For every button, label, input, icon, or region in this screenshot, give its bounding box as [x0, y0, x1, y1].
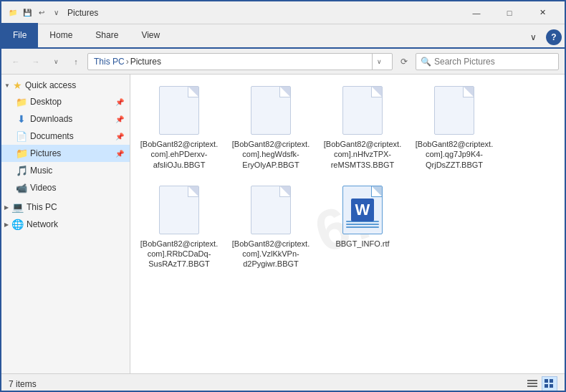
thispc-label: This PC [27, 202, 57, 212]
view-toggle-buttons [524, 376, 557, 392]
quick-access-arrow: ▼ [4, 82, 10, 89]
search-box[interactable]: 🔍 [416, 53, 559, 70]
list-view-button[interactable] [524, 376, 540, 392]
forward-button[interactable]: → [27, 53, 44, 70]
folder-icon: 📁 [7, 7, 19, 19]
file-item[interactable]: [BobGant82@criptext.com].hegWdsfk-EryOly… [228, 80, 314, 174]
svg-rect-4 [550, 379, 553, 383]
tab-home[interactable]: Home [38, 23, 84, 47]
file-icon-5 [156, 184, 202, 236]
thispc-toggle[interactable]: ▶ 💻 This PC [1, 199, 130, 215]
nav-dropdown-button[interactable]: ∨ [47, 53, 64, 70]
network-toggle[interactable]: ▶ 🌐 Network [1, 216, 130, 232]
word-file-shape: W [342, 186, 383, 234]
tab-file[interactable]: File [1, 23, 38, 47]
downloads-pin-icon: 📌 [115, 115, 124, 123]
maximize-button[interactable]: □ [493, 1, 526, 24]
up-button[interactable]: ↑ [67, 53, 85, 70]
tab-view[interactable]: View [130, 23, 171, 47]
videos-folder-icon: 📹 [16, 182, 27, 193]
svg-rect-1 [527, 383, 537, 384]
icon-view-button[interactable] [542, 376, 557, 392]
sidebar-item-music-label: Music [30, 166, 124, 176]
svg-rect-6 [550, 384, 553, 388]
file-label-1: [BobGant82@criptext.com].ehPDerxv-afsliO… [140, 139, 219, 170]
file-icon-4 [431, 85, 477, 136]
pictures-pin-icon: 📌 [115, 150, 124, 158]
file-item[interactable]: [BobGant82@criptext.com].qg7Jp9K4-QrjDsZ… [411, 80, 497, 174]
sidebar-item-downloads[interactable]: ⬇ Downloads 📌 [1, 110, 130, 128]
desktop-pin-icon: 📌 [115, 98, 124, 106]
item-count: 7 items [9, 379, 37, 389]
file-icon-1 [156, 85, 202, 136]
thispc-icon: 💻 [11, 201, 24, 213]
address-path[interactable]: This PC › Pictures ∨ [87, 53, 393, 70]
sidebar-item-desktop-label: Desktop [30, 97, 112, 107]
address-bar: ← → ∨ ↑ This PC › Pictures ∨ ⟳ 🔍 [1, 49, 565, 75]
ribbon-right: ∨ ? [523, 27, 565, 47]
network-icon: 🌐 [11, 219, 24, 230]
file-icon-3 [340, 85, 385, 136]
file-item[interactable]: [BobGant82@criptext.com].nHfvzTPX-reMSMT… [320, 80, 406, 174]
documents-folder-icon: 📄 [16, 130, 27, 142]
file-item[interactable]: [BobGant82@criptext.com].VzlKkVPn-d2Pygi… [228, 180, 314, 274]
minimize-button[interactable]: — [460, 1, 493, 24]
word-line-2 [346, 224, 379, 225]
ribbon-tabs: File Home Share View ∨ ? [1, 24, 565, 49]
file-label-2: [BobGant82@criptext.com].hegWdsfk-EryOly… [231, 139, 310, 170]
file-item[interactable]: [BobGant82@criptext.com].RRbCDaDq-SusRAz… [136, 180, 222, 274]
word-logo: W [351, 199, 374, 221]
path-thispc[interactable]: This PC [94, 57, 125, 67]
ribbon-collapse-button[interactable]: ∨ [523, 27, 543, 47]
path-dropdown-button[interactable]: ∨ [372, 54, 386, 70]
sidebar-item-videos-label: Videos [30, 183, 124, 193]
file-area: 67 [BobGant82@criptext.com].ehPDerxv-afs… [130, 75, 565, 373]
search-input[interactable] [434, 57, 554, 67]
list-view-icon [527, 379, 537, 389]
pictures-folder-icon: 📁 [16, 148, 27, 159]
sidebar-item-music[interactable]: 🎵 Music [1, 162, 130, 179]
window-title: Pictures [67, 8, 460, 18]
downloads-folder-icon: ⬇ [16, 113, 27, 125]
refresh-button[interactable]: ⟳ [395, 53, 413, 70]
sidebar-item-desktop[interactable]: 📁 Desktop 📌 [1, 93, 130, 110]
sidebar-item-documents-label: Documents [30, 131, 112, 141]
main-area: ▼ ★ Quick access 📁 Desktop 📌 ⬇ Downloads… [1, 75, 565, 373]
help-button[interactable]: ? [546, 29, 562, 45]
desktop-folder-icon: 📁 [16, 96, 27, 107]
file-label-7: BBGT_INFO.rtf [335, 239, 389, 249]
thispc-arrow: ▶ [4, 204, 9, 211]
icon-view-icon [545, 379, 555, 389]
file-item[interactable]: [BobGant82@criptext.com].ehPDerxv-afsliO… [136, 80, 222, 174]
sidebar: ▼ ★ Quick access 📁 Desktop 📌 ⬇ Downloads… [1, 75, 130, 373]
svg-rect-5 [545, 384, 548, 388]
quick-access-label: Quick access [25, 80, 76, 90]
window-controls: — □ ✕ [460, 1, 559, 24]
sidebar-item-downloads-label: Downloads [30, 114, 112, 124]
save-icon: 💾 [21, 7, 33, 19]
title-bar-icons: 📁 💾 ↩ ∨ [7, 7, 62, 19]
svg-rect-2 [527, 386, 537, 387]
word-lines [346, 221, 379, 229]
file-item-word[interactable]: W BBGT_INFO.rtf [320, 180, 406, 274]
path-pictures[interactable]: Pictures [130, 57, 161, 67]
sidebar-item-pictures-label: Pictures [30, 148, 112, 158]
sidebar-item-videos[interactable]: 📹 Videos [1, 179, 130, 196]
generic-file-shape-5 [159, 186, 199, 234]
tab-share[interactable]: Share [84, 23, 130, 47]
close-button[interactable]: ✕ [526, 1, 559, 24]
file-icon-6 [248, 184, 294, 236]
status-bar: 7 items [1, 373, 565, 392]
dropdown-icon[interactable]: ∨ [50, 7, 62, 19]
file-label-4: [BobGant82@criptext.com].qg7Jp9K4-QrjDsZ… [415, 139, 494, 170]
sidebar-item-pictures[interactable]: 📁 Pictures 📌 [1, 145, 130, 162]
generic-file-shape-1 [159, 86, 199, 135]
back-button[interactable]: ← [7, 53, 24, 70]
file-icon-7: W [340, 184, 385, 236]
generic-file-shape-3 [342, 86, 383, 135]
file-label-3: [BobGant82@criptext.com].nHfvzTPX-reMSMT… [323, 139, 402, 170]
quick-access-toggle[interactable]: ▼ ★ Quick access [1, 77, 130, 93]
undo-icon: ↩ [36, 7, 47, 19]
svg-rect-3 [545, 379, 548, 383]
sidebar-item-documents[interactable]: 📄 Documents 📌 [1, 128, 130, 145]
